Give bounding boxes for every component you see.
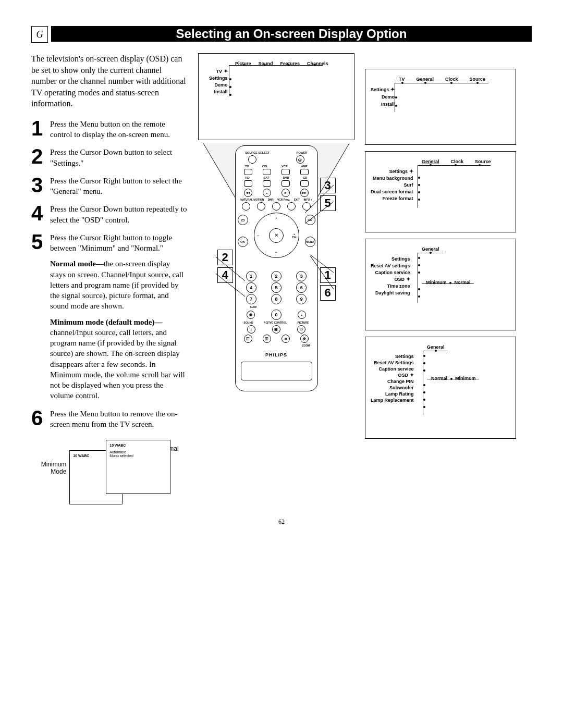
num-6-button[interactable]: 6 [296, 282, 307, 293]
diag-col: General [417, 77, 434, 82]
mode-comparison-diagram: Minimum Mode 10 WABC 10 WABC Automatic M… [31, 440, 188, 497]
remote-control: SOURCE SELECTPOWER ⏻ TVCBLVCRAMP HDSATDV… [235, 145, 318, 391]
tv-button[interactable] [244, 169, 252, 175]
diag-row: Settings [371, 354, 414, 359]
diag-col: Clock [445, 77, 458, 82]
surf-button[interactable]: ◉ [247, 311, 255, 319]
sat-button[interactable] [263, 180, 271, 187]
zoom-button[interactable]: ⊕ [300, 335, 309, 343]
diag-col: General [422, 246, 439, 252]
ff-button[interactable]: ▸▸ [300, 189, 309, 197]
rewind-button[interactable]: ◂◂ [244, 189, 252, 197]
step-text: Press the Cursor Right button to select … [50, 176, 188, 197]
intro-paragraph: The television's on-screen display (OSD)… [31, 53, 188, 109]
active-control-button[interactable]: ▣ [272, 325, 280, 334]
diag-col: TV [399, 77, 405, 82]
cursor-right-icon[interactable]: +CH [292, 232, 297, 239]
minimum-mode-caption: Minimum Mode [41, 461, 67, 475]
diag-row: Lamp Rating [371, 391, 414, 397]
format-3-button[interactable]: ⧈ [282, 335, 290, 343]
diag-col-selected: General [422, 159, 439, 164]
callout-5: 5 [320, 195, 336, 211]
osd-option: Normal [455, 280, 471, 285]
source-select-button[interactable] [248, 155, 256, 164]
step-6: 6 Press the Menu button to remove the on… [31, 409, 188, 430]
amp-button[interactable] [300, 169, 309, 175]
menu-row: Settings [209, 76, 228, 81]
num-8-button[interactable]: 8 [271, 294, 282, 304]
step-number: 6 [31, 409, 45, 430]
info-button[interactable] [302, 202, 311, 211]
step-text: Press the Cursor Down button repeatedly … [50, 204, 188, 225]
menu-diagram-3: General Settings Reset AV settings Capti… [365, 239, 516, 330]
picture-button[interactable]: ▭ [297, 325, 305, 334]
vcr-prog-button[interactable] [272, 202, 280, 211]
format-1-button[interactable]: ◫ [244, 335, 252, 343]
cbl-button[interactable] [263, 169, 271, 175]
cursor-icon: ✦ [224, 69, 228, 74]
step-1: 1 Press the Menu button on the remote co… [31, 119, 188, 140]
menu-diagram-4: General Settings Reset AV Settings Capti… [365, 337, 516, 439]
cd-button[interactable] [300, 180, 309, 187]
page-title: Selecting an On-screen Display Option [51, 26, 532, 42]
step-text: Press the Cursor Down button to select "… [50, 147, 188, 168]
cursor-icon: ✦ [390, 87, 395, 92]
diag-col: General [427, 344, 445, 350]
dnr-button[interactable] [257, 202, 265, 211]
num-4-button[interactable]: 4 [246, 282, 256, 293]
format-2-button[interactable]: ◫ [263, 335, 271, 343]
cursor-left-icon[interactable]: − [258, 234, 260, 237]
hd-button[interactable] [244, 180, 252, 187]
cc-button[interactable]: CC [305, 215, 315, 225]
dot-button[interactable]: • [298, 311, 306, 319]
ok-button[interactable]: OK [238, 237, 248, 247]
cursor-down-icon[interactable]: − [275, 251, 277, 254]
num-2-button[interactable]: 2 [271, 271, 282, 281]
normal-mode-label: Normal mode— [50, 260, 104, 268]
diag-row: Demo [371, 94, 395, 100]
num-5-button[interactable]: 5 [271, 282, 282, 293]
sound-button[interactable]: ♪ [247, 325, 255, 334]
play-button[interactable]: ▸ [282, 189, 290, 197]
menu-button[interactable]: MENU [305, 237, 315, 247]
minimum-mode-label: Minimum mode (default mode)— [50, 318, 162, 326]
diag-row: Dual screen format [371, 189, 413, 194]
num-9-button[interactable]: 9 [296, 294, 307, 304]
diag-row: Install [371, 102, 395, 107]
step-number: 5 [31, 232, 45, 401]
dvd-button[interactable] [282, 180, 290, 187]
num-3-button[interactable]: 3 [296, 271, 307, 281]
num-1-button[interactable]: 1 [246, 271, 256, 281]
vcr-button[interactable] [282, 169, 290, 175]
diag-row: Menu background [371, 176, 413, 181]
step-text: Press the Cursor Right button to toggle … [50, 232, 188, 401]
diag-row: Caption service [371, 270, 410, 275]
step-4: 4 Press the Cursor Down button repeatedl… [31, 204, 188, 225]
diag-row: Settings [371, 87, 389, 92]
num-7-button[interactable]: 7 [246, 294, 256, 304]
diag-row: Caption service [371, 366, 414, 372]
pip-button[interactable]: ▭ [238, 215, 248, 225]
num-0-button[interactable]: 0 [271, 310, 282, 320]
menu-diagram-1: TV General Clock Source Settings ✦ Demo … [365, 69, 516, 145]
stop-button[interactable]: ▪ [263, 189, 271, 197]
exit-button[interactable] [287, 202, 296, 211]
diag-row: Change PIN [371, 379, 414, 384]
mute-button[interactable]: ✕ [269, 228, 284, 243]
diag-row: Daylight saving [371, 290, 410, 295]
diag-row: Time zone [371, 283, 410, 289]
menu-row: Install [209, 89, 228, 94]
step-2: 2 Press the Cursor Down button to select… [31, 147, 188, 168]
diag-col: Clock [451, 159, 464, 164]
diag-row: Surf [371, 182, 413, 188]
diag-row: Settings [389, 169, 408, 174]
power-button[interactable]: ⏻ [296, 155, 304, 164]
cursor-icon: ✦ [409, 169, 413, 174]
cursor-dpad[interactable]: ✕ + − − +CH [254, 213, 299, 258]
menu-row: Demo [209, 82, 228, 88]
natural-motion-button[interactable] [242, 202, 250, 211]
osd-option: Minimum [426, 280, 447, 285]
menu-diagram-2: General Clock Source Settings ✦ Menu bac… [365, 151, 516, 232]
callout-3: 3 [320, 178, 336, 193]
cursor-up-icon[interactable]: + [275, 216, 277, 219]
